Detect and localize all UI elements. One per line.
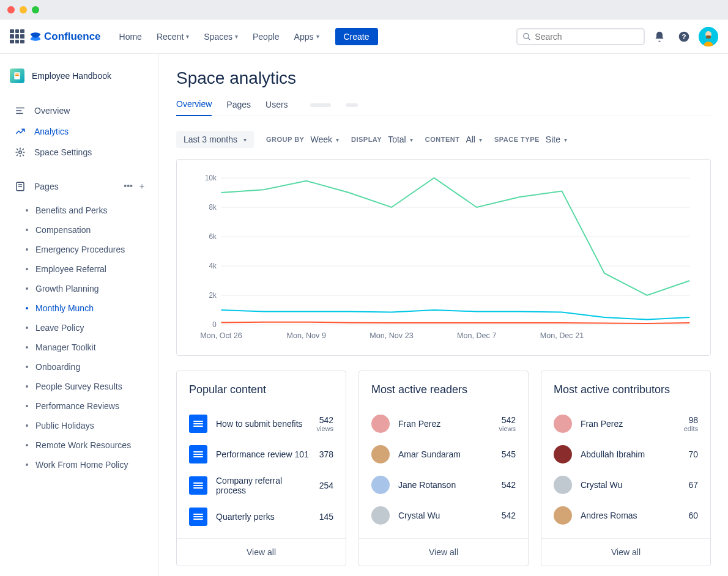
space-header[interactable]: Employee Handbook xyxy=(9,68,152,83)
view-all-readers[interactable]: View all xyxy=(359,538,528,566)
bullet-icon xyxy=(26,229,28,231)
list-item[interactable]: Jane Rotanson542 xyxy=(371,470,516,500)
view-all-popular[interactable]: View all xyxy=(177,538,346,566)
content-filter[interactable]: All▾ xyxy=(466,135,482,144)
tab-overview[interactable]: Overview xyxy=(176,99,212,116)
sidebar-pages-header[interactable]: Pages ••• ＋ xyxy=(9,176,152,197)
page-tree-item[interactable]: Public Holidays xyxy=(21,416,152,435)
document-icon xyxy=(189,476,207,495)
search-input[interactable] xyxy=(535,32,639,42)
tab-users[interactable]: Users xyxy=(266,100,288,116)
page-tree-item[interactable]: Work From Home Policy xyxy=(21,455,152,474)
page-tree-item[interactable]: Manager Toolkit xyxy=(21,338,152,357)
page-tree-item[interactable]: Onboarding xyxy=(21,357,152,377)
filter-bar: Last 3 months ▾ GROUP BY Week▾ DISPLAY T… xyxy=(176,131,711,148)
bullet-icon xyxy=(26,424,28,427)
document-icon xyxy=(189,445,207,463)
sidebar-item-overview[interactable]: Overview xyxy=(9,100,152,121)
svg-text:Mon, Oct 26: Mon, Oct 26 xyxy=(200,331,242,340)
help-icon[interactable]: ? xyxy=(674,27,694,46)
page-title: Space analytics xyxy=(176,68,711,88)
list-item[interactable]: Performance review 101378 xyxy=(189,439,333,470)
close-window-icon[interactable] xyxy=(7,6,15,13)
svg-text:Mon, Nov 9: Mon, Nov 9 xyxy=(287,331,326,340)
list-item[interactable]: Company referral process254 xyxy=(189,470,333,501)
display-filter[interactable]: Total▾ xyxy=(388,135,413,144)
page-tree-item[interactable]: Growth Planning xyxy=(21,279,152,298)
chevron-down-icon: ▾ xyxy=(479,136,482,143)
sidebar-item-space-settings[interactable]: Space Settings xyxy=(9,142,152,163)
page-tree-item[interactable]: Benefits and Perks xyxy=(21,201,152,220)
page-tree-item[interactable]: Leave Policy xyxy=(21,318,152,338)
tab-pages[interactable]: Pages xyxy=(226,100,251,116)
svg-text:2k: 2k xyxy=(209,291,216,300)
avatar-icon xyxy=(371,476,390,494)
tab-placeholder xyxy=(346,103,358,107)
list-item[interactable]: Quarterly perks145 xyxy=(189,501,333,532)
avatar-icon xyxy=(554,415,572,433)
app-logo[interactable]: Confluence xyxy=(29,31,101,43)
view-all-contributors[interactable]: View all xyxy=(541,538,710,566)
page-tree-item[interactable]: People Survey Results xyxy=(21,377,152,396)
spacetype-filter[interactable]: Site▾ xyxy=(546,135,567,144)
notifications-icon[interactable] xyxy=(650,27,669,46)
list-item[interactable]: Andres Romas60 xyxy=(554,500,698,531)
nav-people[interactable]: People xyxy=(247,28,286,45)
create-button[interactable]: Create xyxy=(335,28,378,45)
page-tree-item[interactable]: Monthly Munch xyxy=(21,298,152,318)
nav-spaces[interactable]: Spaces▾ xyxy=(198,28,244,45)
chevron-down-icon: ▾ xyxy=(243,136,247,143)
list-item[interactable]: Fran Perez542views xyxy=(371,408,516,439)
bullet-icon xyxy=(26,366,28,368)
titlebar xyxy=(0,0,728,20)
display-label: DISPLAY xyxy=(351,136,382,143)
document-icon xyxy=(189,415,207,433)
list-item[interactable]: How to submit benefits542views xyxy=(189,408,333,439)
app-switcher-icon[interactable] xyxy=(10,29,24,44)
list-item[interactable]: Abdullah Ibrahim70 xyxy=(554,439,698,470)
maximize-window-icon[interactable] xyxy=(32,6,39,13)
page-tree-item[interactable]: Compensation xyxy=(21,220,152,240)
list-item[interactable]: Fran Perez98edits xyxy=(554,408,698,439)
svg-point-13 xyxy=(19,151,22,154)
list-item[interactable]: Crystal Wu67 xyxy=(554,470,698,500)
bullet-icon xyxy=(26,463,28,466)
search-box[interactable] xyxy=(516,28,645,45)
sidebar: Employee Handbook Overview Analytics Spa… xyxy=(0,54,159,576)
popular-content-card: Popular content How to submit benefits54… xyxy=(176,371,346,566)
bullet-icon xyxy=(26,268,28,270)
chevron-down-icon: ▾ xyxy=(336,136,339,143)
svg-text:Mon, Dec 7: Mon, Dec 7 xyxy=(457,331,496,340)
sidebar-item-analytics[interactable]: Analytics xyxy=(9,121,152,142)
list-item[interactable]: Crystal Wu542 xyxy=(371,500,516,531)
list-item[interactable]: Amar Sundaram545 xyxy=(371,439,516,470)
nav-recent[interactable]: Recent▾ xyxy=(150,28,195,45)
svg-rect-9 xyxy=(15,75,19,76)
add-page-icon[interactable]: ＋ xyxy=(138,181,146,192)
overview-icon xyxy=(15,105,26,116)
app-name: Confluence xyxy=(44,31,101,43)
svg-text:4k: 4k xyxy=(209,262,216,270)
page-tree-item[interactable]: Performance Reviews xyxy=(21,396,152,416)
svg-text:?: ? xyxy=(682,32,686,40)
space-name: Employee Handbook xyxy=(32,71,111,81)
svg-text:10k: 10k xyxy=(205,174,217,182)
bullet-icon xyxy=(26,444,28,446)
pages-icon xyxy=(15,181,26,192)
page-tree-item[interactable]: Remote Work Resources xyxy=(21,435,152,455)
more-icon[interactable]: ••• xyxy=(124,181,133,192)
date-range-filter[interactable]: Last 3 months ▾ xyxy=(176,131,254,148)
user-avatar[interactable] xyxy=(699,27,718,46)
svg-rect-6 xyxy=(706,35,711,39)
groupby-filter[interactable]: Week▾ xyxy=(310,135,339,144)
document-icon xyxy=(189,508,207,526)
tab-placeholder xyxy=(310,103,331,107)
minimize-window-icon[interactable] xyxy=(20,6,27,13)
card-title: Popular content xyxy=(189,383,333,396)
nav-home[interactable]: Home xyxy=(113,28,148,45)
nav-apps[interactable]: Apps▾ xyxy=(288,28,325,45)
page-tree-item[interactable]: Emergency Procedures xyxy=(21,240,152,259)
content-label: CONTENT xyxy=(425,136,460,143)
page-tree-item[interactable]: Employee Referral xyxy=(21,259,152,279)
space-icon xyxy=(10,68,24,83)
